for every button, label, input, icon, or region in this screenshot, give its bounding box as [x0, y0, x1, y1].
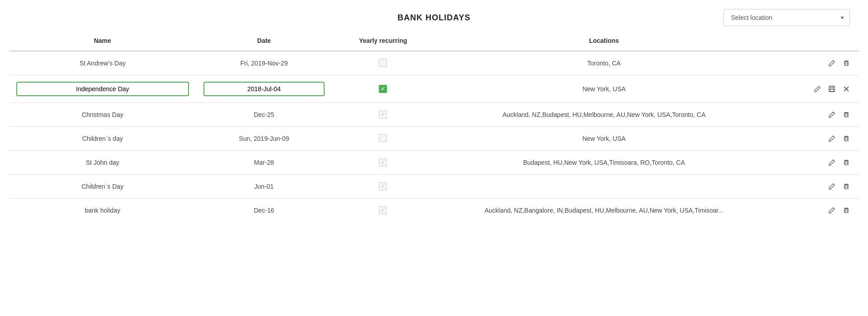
edit-icon[interactable] — [826, 181, 837, 192]
table-row: St John dayMar-28Budapest, HU,New York, … — [9, 151, 859, 175]
actions-container — [781, 84, 852, 94]
actions-container — [781, 205, 852, 216]
cell-actions — [774, 175, 859, 199]
cell-name: bank holiday — [9, 199, 196, 223]
cell-yearly — [332, 199, 434, 223]
actions-container — [781, 133, 852, 144]
table-row: Children`s DayJun-01 — [9, 175, 859, 199]
table-header: Name Date Yearly recurring Locations — [9, 31, 859, 51]
name-edit-input[interactable] — [16, 82, 189, 96]
table-container: Name Date Yearly recurring Locations St … — [0, 31, 868, 231]
cell-date: Dec-16 — [196, 199, 332, 223]
checkbox-checked[interactable] — [379, 85, 387, 93]
cell-date: Dec-25 — [196, 103, 332, 127]
cell-date: Fri, 2019-Nov-29 — [196, 51, 332, 75]
cell-locations: New York, USA — [434, 75, 774, 103]
checkbox-light[interactable] — [379, 206, 387, 214]
delete-icon[interactable] — [841, 109, 852, 120]
delete-icon[interactable] — [841, 58, 852, 69]
date-edit-input[interactable] — [203, 82, 325, 96]
cell-date: Mar-28 — [196, 151, 332, 175]
actions-container — [781, 109, 852, 120]
cell-actions — [774, 75, 859, 103]
actions-container — [781, 157, 852, 168]
location-select-wrapper: Select location ▾ — [723, 9, 850, 26]
table-row: New York, USA — [9, 75, 859, 103]
cell-name: Children`s Day — [9, 175, 196, 199]
svg-rect-11 — [844, 137, 848, 141]
table-row: Christmas DayDec-25Auckland, NZ,Budapest… — [9, 103, 859, 127]
svg-rect-0 — [844, 62, 848, 65]
cell-name: Children`s day — [9, 127, 196, 151]
cell-locations: New York, USA — [434, 127, 774, 151]
cell-locations: Toronto, CA — [434, 51, 774, 75]
cell-actions — [774, 199, 859, 223]
edit-icon[interactable] — [812, 84, 823, 94]
cell-yearly — [332, 151, 434, 175]
cell-date: Jun-01 — [196, 175, 332, 199]
edit-icon[interactable] — [826, 58, 837, 69]
col-header-actions — [774, 31, 859, 51]
delete-icon[interactable] — [841, 157, 852, 168]
cell-locations: Auckland, NZ,Bangalore, IN,Budapest, HU,… — [434, 199, 774, 223]
cell-name: Christmas Day — [9, 103, 196, 127]
holidays-table: Name Date Yearly recurring Locations St … — [9, 31, 859, 222]
cell-yearly — [332, 103, 434, 127]
col-header-locations: Locations — [434, 31, 774, 51]
table-row: St Andrew's DayFri, 2019-Nov-29Toronto, … — [9, 51, 859, 75]
col-header-yearly: Yearly recurring — [332, 31, 434, 51]
svg-rect-14 — [844, 161, 848, 165]
cell-actions — [774, 103, 859, 127]
actions-container — [781, 58, 852, 69]
edit-icon[interactable] — [826, 157, 837, 168]
edit-icon[interactable] — [826, 133, 837, 144]
save-icon[interactable] — [826, 84, 837, 94]
cell-yearly — [332, 51, 434, 75]
cell-actions — [774, 51, 859, 75]
svg-rect-8 — [844, 113, 848, 117]
svg-rect-17 — [844, 185, 848, 189]
edit-icon[interactable] — [826, 205, 837, 216]
cell-locations — [434, 175, 774, 199]
svg-rect-5 — [830, 89, 834, 92]
cell-locations: Budapest, HU,New York, USA,Timisoara, RO… — [434, 151, 774, 175]
actions-container — [781, 181, 852, 192]
col-header-name: Name — [9, 31, 196, 51]
svg-rect-20 — [844, 209, 848, 213]
delete-icon[interactable] — [841, 181, 852, 192]
table-row: bank holidayDec-16Auckland, NZ,Bangalore… — [9, 199, 859, 223]
close-icon[interactable] — [841, 84, 852, 94]
cell-yearly — [332, 127, 434, 151]
checkbox-unchecked[interactable] — [379, 134, 387, 142]
svg-rect-4 — [830, 86, 833, 88]
checkbox-light[interactable] — [379, 158, 387, 167]
edit-icon[interactable] — [826, 109, 837, 120]
cell-yearly — [332, 175, 434, 199]
cell-actions — [774, 127, 859, 151]
cell-name: St John day — [9, 151, 196, 175]
delete-icon[interactable] — [841, 133, 852, 144]
cell-locations: Auckland, NZ,Budapest, HU,Melbourne, AU,… — [434, 103, 774, 127]
cell-yearly — [332, 75, 434, 103]
page-title: BANK HOLIDAYS — [145, 13, 723, 23]
checkbox-light[interactable] — [379, 111, 387, 119]
col-header-date: Date — [196, 31, 332, 51]
table-body: St Andrew's DayFri, 2019-Nov-29Toronto, … — [9, 51, 859, 222]
page-header: BANK HOLIDAYS Select location ▾ — [0, 0, 868, 31]
cell-date: Sun, 2019-Jun-09 — [196, 127, 332, 151]
checkbox-light[interactable] — [379, 182, 387, 191]
location-select[interactable]: Select location — [723, 9, 850, 26]
delete-icon[interactable] — [841, 205, 852, 216]
cell-actions — [774, 151, 859, 175]
cell-name: St Andrew's Day — [9, 51, 196, 75]
checkbox-unchecked[interactable] — [379, 59, 387, 67]
table-row: Children`s daySun, 2019-Jun-09New York, … — [9, 127, 859, 151]
